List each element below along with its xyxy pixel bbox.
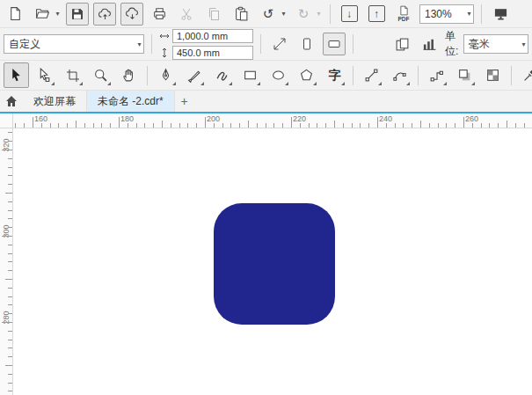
new-document-button[interactable]: [4, 3, 26, 26]
new-tab-button[interactable]: +: [175, 91, 194, 112]
publish-pdf-button[interactable]: PDF: [392, 3, 415, 26]
curl-stroke-icon: [215, 68, 230, 83]
flyout-indicator: [172, 82, 176, 85]
export-icon: ↑: [368, 5, 385, 22]
page-width-icon: [159, 31, 170, 41]
rounded-square-shape[interactable]: [214, 203, 335, 325]
polygon-tool[interactable]: [294, 62, 319, 88]
checkerboard-icon: [485, 68, 500, 83]
page-height-icon: [159, 48, 170, 58]
home-icon: [4, 94, 18, 108]
brush-tool[interactable]: [181, 62, 207, 88]
ruler-label: 180: [120, 114, 134, 123]
zoom-tool[interactable]: [88, 62, 113, 88]
text-tool-glyph: 字: [329, 68, 341, 84]
rectangle-tool[interactable]: [237, 62, 263, 88]
toolbar-separator: [330, 4, 331, 24]
eyedropper-tool[interactable]: [517, 62, 532, 88]
all-pages-button[interactable]: [390, 33, 413, 55]
pan-tool[interactable]: [116, 62, 142, 88]
portrait-button[interactable]: [295, 33, 318, 55]
home-button[interactable]: [0, 91, 23, 112]
cloud-upload-button[interactable]: [93, 3, 116, 26]
flyout-indicator: [378, 82, 382, 85]
page-size-preset-select[interactable]: 自定义 ▾: [4, 34, 144, 54]
drawing-scale-button[interactable]: [418, 33, 441, 55]
flyout-indicator: [79, 82, 83, 85]
pen-tool[interactable]: [153, 62, 179, 88]
units-dropdown-icon: ▾: [520, 40, 528, 48]
open-dropdown-icon[interactable]: ▾: [54, 10, 62, 18]
smart-drawing-tool[interactable]: [209, 62, 235, 88]
bezier-tool[interactable]: [387, 62, 412, 88]
open-folder-icon: [35, 6, 50, 21]
save-button[interactable]: [66, 3, 89, 26]
units-group: 单位: 毫米 ▾: [445, 29, 528, 59]
page-width-field[interactable]: 1,000.0 mm: [172, 29, 253, 43]
undo-icon: ↺: [263, 7, 274, 20]
line-tool[interactable]: [359, 62, 384, 88]
landscape-page-icon: [327, 37, 341, 51]
text-tool[interactable]: 字: [322, 62, 347, 88]
ruler-label: 240: [379, 114, 392, 123]
crop-tool[interactable]: [60, 62, 85, 88]
flyout-indicator: [313, 82, 317, 85]
undo-dropdown-icon[interactable]: ▾: [280, 10, 288, 18]
open-document-group: ▾: [31, 3, 62, 26]
nudge-offset-button[interactable]: [268, 33, 291, 55]
pick-arrow-icon: [9, 68, 24, 83]
ruler-label: 260: [465, 114, 478, 123]
save-icon: [70, 7, 84, 21]
landscape-button[interactable]: [323, 33, 346, 55]
page-size-preset-value: 自定义: [4, 37, 135, 52]
property-bar: 自定义 ▾ 1,000.0 mm 450.0 mm: [0, 28, 532, 61]
nudge-offset-icon: [273, 37, 287, 51]
copy-icon: [207, 7, 221, 21]
standard-toolbar: ▾: [0, 0, 532, 28]
ruler-origin-box[interactable]: [0, 113, 13, 128]
toolbox-separator: [353, 66, 353, 85]
cut-scissors-icon: [179, 7, 193, 21]
print-button[interactable]: [148, 3, 171, 26]
fullscreen-preview-button[interactable]: [489, 3, 512, 26]
units-select[interactable]: 毫米 ▾: [463, 34, 528, 54]
ruler-label: 280: [2, 307, 11, 328]
pick-tool[interactable]: [4, 62, 29, 88]
ruler-label: 300: [2, 221, 11, 242]
document-tab-bar: 欢迎屏幕 未命名 -2.cdr* +: [0, 91, 532, 112]
eyedropper-icon: [522, 68, 532, 83]
flyout-indicator: [200, 82, 204, 85]
rectangle-icon: [243, 68, 258, 83]
zoom-dropdown-icon: ▾: [465, 10, 473, 18]
toolbox-separator: [418, 66, 419, 85]
flyout-indicator: [285, 82, 288, 85]
open-document-button[interactable]: [31, 3, 54, 26]
ellipse-tool[interactable]: [266, 62, 291, 88]
connector-tool[interactable]: [424, 62, 449, 88]
tab-welcome-screen[interactable]: 欢迎屏幕: [23, 91, 87, 112]
ruler-label: 160: [34, 114, 47, 123]
drop-shadow-icon: [457, 68, 472, 83]
undo-button[interactable]: ↺: [257, 3, 280, 26]
paste-button[interactable]: [230, 3, 252, 26]
shadow-tool[interactable]: [452, 62, 477, 88]
drawing-canvas[interactable]: [13, 128, 532, 395]
horizontal-ruler[interactable]: 160 180 200 220 240 260: [13, 113, 532, 128]
bar-chart-icon: [422, 37, 437, 52]
page-height-field[interactable]: 450.0 mm: [172, 46, 253, 60]
redo-group: ↻ ▾: [292, 3, 323, 26]
redo-icon: ↻: [298, 7, 310, 20]
import-icon: ↓: [341, 5, 358, 22]
shape-tool[interactable]: [32, 62, 57, 88]
portrait-page-icon: [300, 37, 314, 51]
zoom-level-select[interactable]: 130% ▾: [419, 4, 474, 24]
hand-icon: [121, 68, 136, 83]
toolbox-separator: [511, 66, 512, 85]
vertical-ruler[interactable]: 320 300 280: [0, 128, 13, 395]
tab-document[interactable]: 未命名 -2.cdr*: [87, 91, 175, 112]
export-button[interactable]: ↑: [365, 3, 388, 26]
preset-dropdown-icon: ▾: [135, 40, 143, 48]
import-button[interactable]: ↓: [338, 3, 361, 26]
cloud-download-button[interactable]: [120, 3, 143, 26]
transparency-tool[interactable]: [480, 62, 506, 88]
